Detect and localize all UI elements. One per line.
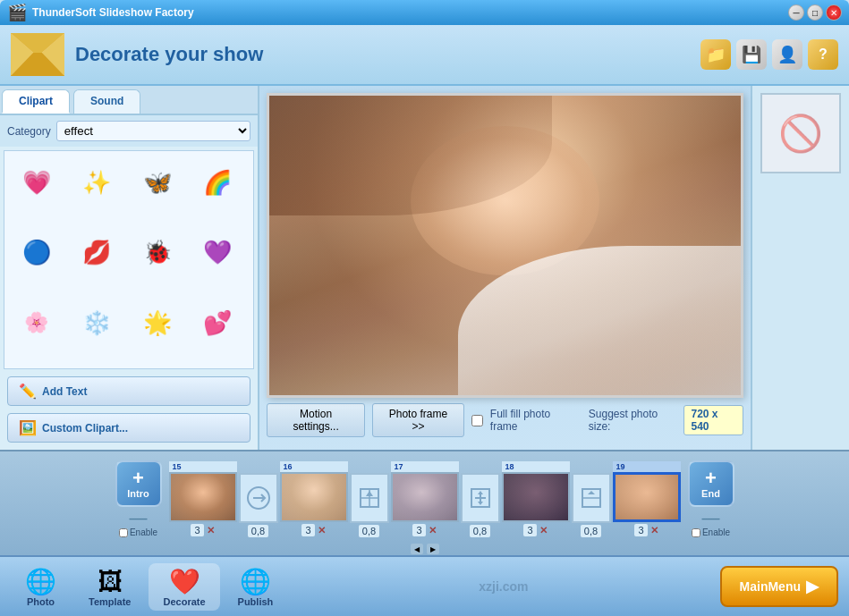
scroll-right-button[interactable]: ▶ [427, 544, 439, 554]
film-item-15-delete[interactable]: ✕ [207, 525, 215, 536]
maximize-button[interactable]: □ [807, 4, 823, 21]
film-item-19[interactable]: 19 3 ✕ [613, 461, 681, 536]
clipart-star[interactable]: 🌟 [132, 299, 182, 348]
tab-clipart[interactable]: Clipart [2, 89, 70, 114]
nav-decorate[interactable]: ❤️ Decorate [149, 563, 219, 611]
intro-section: + Intro — Enable [108, 460, 169, 537]
svg-marker-13 [588, 491, 595, 494]
nav-publish-label: Publish [238, 596, 274, 607]
minimize-button[interactable]: ─ [788, 4, 804, 21]
header: Decorate your show 📁 💾 👤 ? [0, 25, 849, 86]
tab-sound[interactable]: Sound [73, 89, 140, 114]
nav-publish[interactable]: 🌐 Publish [224, 563, 288, 611]
left-panel: Clipart Sound Category effect nature hol… [0, 86, 259, 450]
nav-template[interactable]: 🖼 Template [74, 563, 145, 611]
transition-4[interactable]: 0,8 [572, 460, 611, 537]
fill-photo-checkbox[interactable] [471, 415, 483, 426]
right-panel: 🚫 [751, 86, 849, 450]
folder-button[interactable]: 📁 [700, 39, 731, 70]
page-title: Decorate your show [75, 43, 700, 66]
clipart-snowflake[interactable]: ❄️ [72, 299, 122, 348]
transition-3[interactable]: 0,8 [461, 460, 500, 537]
intro-enable-label: Enable [130, 527, 157, 537]
intro-enable-checkbox[interactable] [119, 528, 128, 537]
mainmenu-button[interactable]: MainMenu ▶ [720, 566, 838, 607]
preview-area [267, 93, 743, 398]
nav-decorate-label: Decorate [163, 596, 205, 607]
end-enable-checkbox[interactable] [692, 528, 700, 537]
motion-settings-button[interactable]: Motion settings... [267, 403, 365, 437]
film-item-16[interactable]: 16 3 ✕ [280, 461, 348, 536]
clipart-ring[interactable]: 🔵 [12, 228, 61, 277]
end-enable-label: Enable [702, 527, 730, 537]
custom-clipart-button[interactable]: 🖼️ Custom Clipart... [7, 413, 250, 443]
tab-bar: Clipart Sound [0, 86, 258, 115]
end-plus-icon: + [705, 468, 717, 488]
category-row: Category effect nature holiday [0, 115, 258, 147]
film-item-16-delete[interactable]: ✕ [318, 525, 326, 536]
publish-icon: 🌐 [240, 567, 271, 596]
controls-row: Motion settings... Photo frame >> Full f… [267, 398, 743, 443]
clipart-grid: 💗 ✨ 🦋 🌈 🔵 💋 🐞 💜 🌸 ❄️ 🌟 💕 [4, 150, 254, 369]
category-select[interactable]: effect nature holiday [56, 121, 250, 141]
template-icon: 🖼 [98, 567, 123, 596]
right-preview-area: 🚫 [760, 93, 841, 173]
user-button[interactable]: 👤 [772, 39, 802, 70]
film-item-19-delete[interactable]: ✕ [650, 525, 658, 536]
suggest-size-value: 720 x 540 [683, 405, 744, 435]
add-text-button[interactable]: ✏️ Add Text [7, 376, 250, 406]
film-item-18-delete[interactable]: ✕ [539, 525, 548, 536]
titlebar: 🎬 ThunderSoft Slideshow Factory ─ □ ✕ [0, 0, 849, 25]
fill-photo-label: Full fill photo frame [490, 408, 574, 433]
photo-icon: 🌐 [25, 567, 56, 596]
clipart-drops[interactable]: 💜 [193, 228, 242, 277]
clipart-hearts[interactable]: 💕 [193, 299, 242, 348]
clipart-flower[interactable]: 🌸 [12, 299, 61, 348]
clipart-stars[interactable]: ✨ [72, 158, 122, 207]
clipart-bug[interactable]: 🐞 [132, 228, 182, 277]
scrollbar-row: ◀ ▶ [348, 543, 502, 555]
film-item-17-delete[interactable]: ✕ [429, 525, 437, 536]
film-item-18[interactable]: 18 3 ✕ [502, 461, 570, 536]
svg-marker-10 [478, 502, 483, 505]
logo [11, 33, 64, 76]
help-button[interactable]: ? [808, 39, 838, 70]
end-label: End [701, 488, 720, 499]
end-section: + End — Enable [681, 460, 742, 537]
center-panel: Motion settings... Photo frame >> Full f… [259, 86, 751, 450]
suggest-size-label: Suggest photo size: [589, 408, 676, 433]
clipart-heart[interactable]: 💗 [12, 158, 61, 207]
filmstrip: + Intro — Enable 15 3 [0, 450, 849, 555]
clipart-butterfly[interactable]: 🦋 [132, 158, 182, 207]
intro-label: Intro [127, 488, 149, 499]
app-icon: 🎬 [7, 3, 27, 22]
navbar: 🌐 Photo 🖼 Template ❤️ Decorate 🌐 Publish… [0, 555, 849, 616]
no-preview-icon: 🚫 [778, 113, 823, 155]
save-button[interactable]: 💾 [736, 39, 767, 70]
clipart-lips[interactable]: 💋 [72, 228, 122, 277]
category-label: Category [7, 125, 51, 138]
photo-preview [269, 96, 741, 395]
end-button[interactable]: + End [688, 460, 734, 507]
play-icon: ▶ [806, 577, 819, 596]
clipart-sparkle[interactable]: 🌈 [193, 158, 242, 207]
nav-photo[interactable]: 🌐 Photo [11, 563, 71, 611]
transition-1[interactable]: 0,8 [239, 460, 278, 537]
film-item-15[interactable]: 15 3 ✕ [169, 461, 237, 536]
intro-button[interactable]: + Intro [115, 460, 162, 507]
svg-marker-9 [478, 491, 483, 494]
film-item-17[interactable]: 17 3 ✕ [391, 461, 459, 536]
close-button[interactable]: ✕ [826, 4, 842, 21]
plus-icon: + [132, 468, 144, 488]
app-title: ThunderSoft Slideshow Factory [32, 6, 785, 19]
mainmenu-label: MainMenu [740, 579, 801, 594]
nav-template-label: Template [89, 596, 131, 607]
transition-2[interactable]: 0,8 [350, 460, 389, 537]
nav-photo-label: Photo [27, 596, 55, 607]
scroll-left-button[interactable]: ◀ [411, 544, 423, 554]
pencil-icon: ✏️ [19, 383, 37, 400]
filmstrip-items: 15 3 ✕ 0,8 [169, 459, 681, 539]
photo-frame-button[interactable]: Photo frame >> [372, 403, 464, 437]
svg-marker-7 [366, 491, 373, 496]
image-icon: 🖼️ [19, 419, 37, 436]
